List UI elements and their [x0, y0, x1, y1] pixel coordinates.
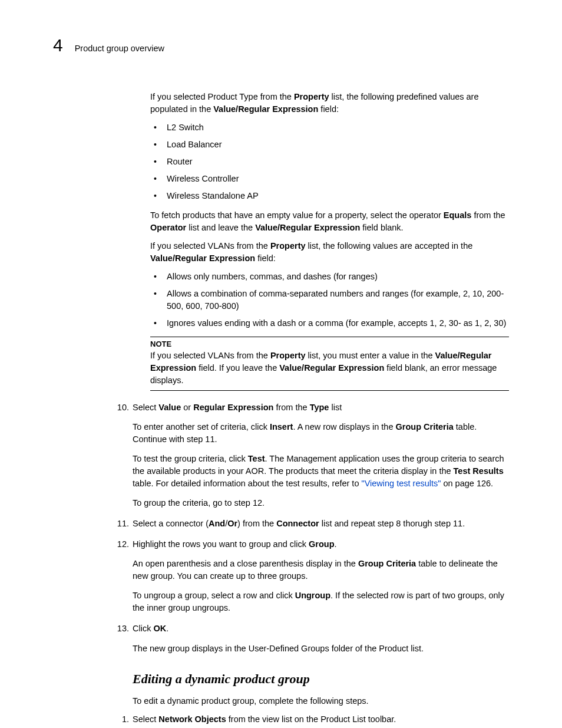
bullet-list: L2 Switch Load Balancer Router Wireless …	[150, 121, 509, 202]
step-number: 10.	[116, 401, 133, 414]
list-item: Allows a combination of comma-separated …	[150, 288, 509, 312]
ordered-steps: 1. Select Network Objects from the view …	[133, 713, 509, 728]
step-body: Select Network Objects from the view lis…	[133, 713, 509, 726]
note-label: NOTE	[150, 340, 509, 348]
step-body: Select Value or Regular Expression from …	[133, 401, 509, 509]
step-1: 1. Select Network Objects from the view …	[133, 713, 509, 726]
section-editing: Editing a dynamic product group To edit …	[133, 671, 509, 728]
document-page: 4 Product group overview If you selected…	[0, 0, 562, 728]
list-item: Allows only numbers, commas, and dashes …	[150, 271, 509, 283]
step-number: 13.	[116, 622, 133, 635]
heading-2: Editing a dynamic product group	[133, 671, 509, 687]
paragraph: If you selected VLANs from the Property …	[150, 240, 509, 265]
chapter-title: Product group overview	[75, 44, 164, 53]
list-item: Router	[150, 156, 509, 168]
list-item: Ignores values ending with a dash or a c…	[150, 317, 509, 330]
step-11: 11. Select a connector (And/Or) from the…	[133, 518, 509, 530]
note-block: NOTE If you selected VLANs from the Prop…	[150, 337, 509, 391]
list-item: Load Balancer	[150, 139, 509, 151]
list-item: L2 Switch	[150, 121, 509, 134]
xref-link[interactable]: "Viewing test results"	[361, 479, 441, 488]
step-number: 1.	[116, 713, 133, 726]
list-item: Wireless Standalone AP	[150, 190, 509, 202]
step-body: Highlight the rows you want to group and…	[133, 538, 509, 614]
step-number: 11.	[116, 518, 133, 530]
paragraph: To fetch products that have an empty val…	[150, 209, 509, 234]
steps-content: 10. Select Value or Regular Expression f…	[133, 401, 509, 654]
step-body: Select a connector (And/Or) from the Con…	[133, 518, 509, 530]
page-header: 4 Product group overview	[53, 35, 509, 55]
step-number: 12.	[116, 538, 133, 551]
step-body: Click OK. The new group displays in the …	[133, 622, 509, 654]
note-body: If you selected VLANs from the Property …	[150, 350, 509, 387]
chapter-number: 4	[53, 35, 63, 55]
paragraph: If you selected Product Type from the Pr…	[150, 91, 509, 116]
step-12: 12. Highlight the rows you want to group…	[133, 538, 509, 614]
list-item: Wireless Controller	[150, 173, 509, 185]
bullet-list: Allows only numbers, commas, and dashes …	[150, 271, 509, 330]
step-13: 13. Click OK. The new group displays in …	[133, 622, 509, 654]
main-content: If you selected Product Type from the Pr…	[150, 91, 509, 391]
step-10: 10. Select Value or Regular Expression f…	[133, 401, 509, 509]
paragraph: To edit a dynamic product group, complet…	[133, 695, 509, 707]
ordered-steps: 10. Select Value or Regular Expression f…	[133, 401, 509, 654]
